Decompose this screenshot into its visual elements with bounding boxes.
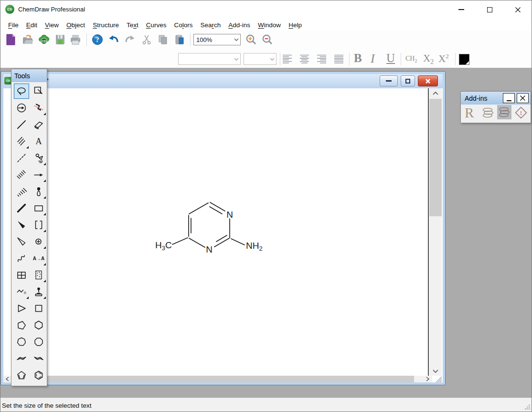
print-button[interactable]	[69, 33, 82, 46]
tool-lasso[interactable]	[14, 84, 29, 99]
tool-cyclopentane-ring[interactable]	[14, 317, 29, 333]
tool-dashed-bond[interactable]	[14, 150, 29, 166]
tool-chair-cyclohexane-2[interactable]	[31, 351, 46, 366]
tool-eraser[interactable]	[31, 117, 46, 132]
menu-view[interactable]: View	[41, 20, 63, 30]
open-from-cloud-button[interactable]: CD	[38, 33, 50, 46]
horizontal-scroll-thumb[interactable]	[11, 376, 414, 382]
scroll-down-button[interactable]	[429, 366, 442, 376]
align-right-button[interactable]	[316, 54, 328, 64]
vertical-scrollbar[interactable]	[429, 88, 442, 376]
tool-hollow-wedge-bond[interactable]	[14, 234, 29, 249]
document-close-button[interactable]	[418, 75, 438, 86]
menu-file[interactable]: File	[4, 20, 22, 30]
tool-multiple-bonds[interactable]	[14, 134, 29, 149]
chevron-down-icon[interactable]	[232, 38, 240, 41]
superscript-button[interactable]: X2	[438, 53, 449, 65]
new-document-button[interactable]	[4, 33, 17, 46]
italic-button[interactable]: I	[371, 52, 375, 66]
align-center-button[interactable]	[299, 54, 310, 64]
save-button[interactable]	[54, 33, 66, 46]
tool-template-stamp[interactable]	[31, 284, 46, 299]
tool-marquee[interactable]	[31, 84, 46, 99]
subscript-button[interactable]: X2	[423, 53, 434, 66]
tool-cyclohexane-ring[interactable]	[31, 317, 46, 333]
tool-wedge-bond[interactable]	[14, 217, 29, 232]
chevron-down-icon[interactable]	[232, 58, 240, 61]
paste-button[interactable]	[173, 33, 186, 46]
maximize-button[interactable]	[479, 0, 500, 19]
redo-button[interactable]	[124, 33, 136, 46]
tool-wavy-bond[interactable]	[14, 251, 29, 266]
menu-window[interactable]: Window	[254, 20, 285, 30]
align-justify-button[interactable]	[333, 54, 345, 64]
bold-button[interactable]: B	[354, 52, 362, 65]
addin-rings-stack-button[interactable]	[481, 106, 495, 121]
drawing-canvas[interactable]: H3C N N NH2	[3, 88, 443, 382]
tool-chemical-symbols[interactable]	[31, 234, 46, 249]
cut-button[interactable]	[140, 33, 153, 46]
addins-close-button[interactable]	[517, 93, 529, 103]
menu-curves[interactable]: Curves	[142, 20, 170, 30]
zoom-out-button[interactable]	[261, 33, 274, 46]
addins-minimize-button[interactable]	[503, 93, 515, 103]
tool-polymer-repeat[interactable]: n	[14, 284, 29, 299]
tools-palette-header[interactable]: Tools	[11, 69, 47, 82]
close-button[interactable]	[507, 0, 529, 19]
tool-solid-bond[interactable]	[14, 117, 29, 132]
tool-table[interactable]	[14, 267, 29, 283]
menu-help[interactable]: Help	[285, 20, 306, 30]
tool-chair-cyclohexane-1[interactable]	[14, 351, 29, 366]
menu-edit[interactable]: Edit	[22, 20, 41, 30]
menu-add-ins[interactable]: Add-ins	[224, 20, 254, 30]
tool-pen[interactable]	[31, 150, 46, 166]
underline-button[interactable]: U	[386, 52, 395, 65]
scroll-up-button[interactable]	[429, 88, 442, 98]
tool-cyclopropane-ring[interactable]	[14, 301, 29, 316]
addin-rings-stack-active-button[interactable]	[497, 105, 511, 119]
tool-cleave-bond[interactable]	[31, 100, 46, 116]
font-family-combo[interactable]	[178, 53, 241, 65]
open-button[interactable]	[21, 33, 34, 46]
font-size-combo[interactable]	[244, 53, 277, 65]
tool-atom-atom-map[interactable]: A→A	[31, 251, 46, 266]
zoom-level-combo[interactable]: 100%	[193, 34, 241, 45]
undo-button[interactable]	[107, 33, 120, 46]
scroll-right-button[interactable]	[423, 376, 432, 382]
menu-text[interactable]: Text	[123, 20, 142, 30]
tool-drawing-elements[interactable]	[31, 201, 46, 216]
tool-hashed-wedge-bond[interactable]	[14, 184, 29, 199]
menu-structure[interactable]: Structure	[89, 20, 123, 30]
tool-benzene-ring[interactable]	[31, 368, 46, 383]
tool-cyclopentadiene-ring[interactable]	[14, 368, 29, 383]
window-resize-grip[interactable]	[524, 404, 531, 412]
document-title-bar[interactable]: CD *	[3, 74, 443, 88]
menu-colors[interactable]: Colors	[170, 20, 196, 30]
scroll-left-button[interactable]	[3, 376, 11, 382]
tool-brackets[interactable]	[31, 217, 46, 232]
molecule-drawing[interactable]: H3C N N NH2	[144, 187, 277, 263]
tool-arrow[interactable]	[31, 167, 46, 182]
addin-hazard-button[interactable]: !	[514, 106, 528, 121]
document-resize-grip[interactable]	[432, 376, 443, 382]
tool-orbital[interactable]	[31, 184, 46, 199]
tool-structure-perspective[interactable]	[14, 100, 29, 116]
align-left-button[interactable]	[282, 54, 293, 64]
menu-search[interactable]: Search	[197, 20, 225, 30]
horizontal-scrollbar[interactable]	[3, 376, 432, 382]
chevron-down-icon[interactable]	[268, 58, 276, 61]
zoom-in-button[interactable]	[245, 33, 257, 46]
tool-tlc-plate[interactable]	[31, 267, 46, 283]
tool-bold-bond[interactable]	[14, 201, 29, 216]
color-swatch-button[interactable]	[459, 54, 469, 65]
menu-object[interactable]: Object	[63, 20, 89, 30]
tool-hashed-bond[interactable]	[14, 167, 29, 182]
tool-cyclooctane-ring[interactable]	[31, 334, 46, 349]
formula-button[interactable]: CH2	[405, 55, 417, 63]
tool-cyclobutane-ring[interactable]	[31, 301, 46, 316]
tool-cycloheptane-ring[interactable]	[14, 334, 29, 349]
minimize-button[interactable]	[450, 0, 472, 19]
document-restore-button[interactable]	[401, 75, 415, 86]
copy-button[interactable]	[157, 33, 169, 46]
help-button[interactable]: ?	[91, 33, 104, 46]
